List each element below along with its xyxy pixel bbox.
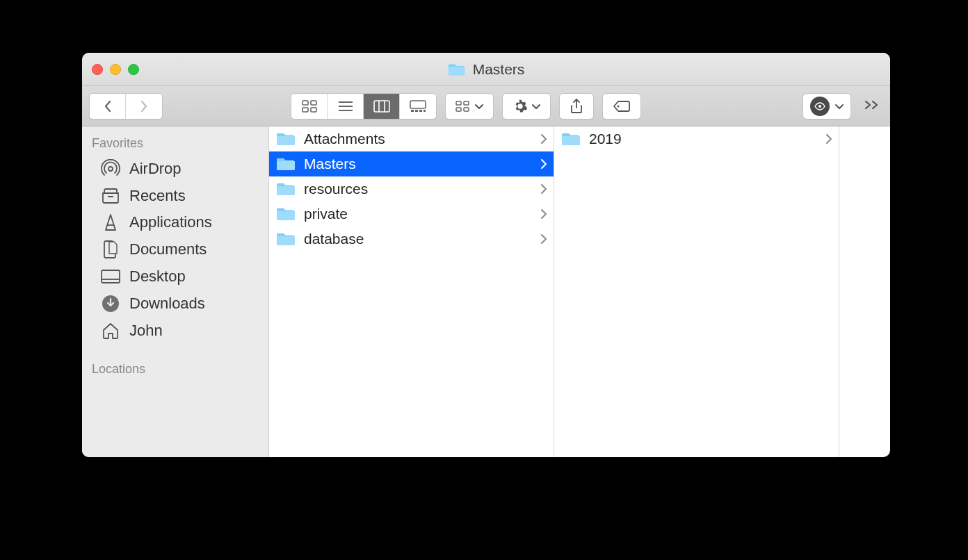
close-button[interactable] [92, 64, 103, 75]
zoom-button[interactable] [128, 64, 139, 75]
column-2[interactable] [839, 126, 890, 457]
applications-icon [100, 213, 121, 231]
svg-point-19 [618, 105, 620, 107]
folder-label: private [304, 206, 348, 222]
traffic-lights [92, 64, 139, 75]
svg-rect-10 [410, 101, 426, 108]
arrange-button[interactable] [445, 93, 494, 120]
window-title: Masters [473, 61, 525, 78]
airdrop-icon [100, 159, 121, 179]
minimize-button[interactable] [110, 64, 121, 75]
recents-icon [100, 188, 121, 204]
share-button[interactable] [559, 93, 594, 120]
folder-icon [276, 156, 296, 172]
svg-rect-13 [419, 110, 422, 112]
folder-label: Attachments [304, 131, 385, 147]
folder-row[interactable]: Masters [269, 151, 554, 176]
folder-row[interactable]: resources [269, 176, 554, 201]
sidebar-item-label: Downloads [129, 295, 205, 313]
folder-icon [276, 181, 296, 197]
view-gallery-button[interactable] [400, 94, 436, 119]
view-icon-button[interactable] [291, 94, 328, 119]
sidebar-item-downloads[interactable]: Downloads [82, 290, 268, 318]
svg-rect-14 [424, 110, 426, 112]
finder-window: Masters [82, 53, 890, 457]
folder-row[interactable]: 2019 [554, 126, 839, 151]
folder-label: Masters [304, 156, 356, 172]
sidebar-item-desktop[interactable]: Desktop [82, 263, 268, 290]
folder-label: resources [304, 181, 368, 197]
disclosure-arrow-icon [825, 131, 832, 147]
view-switcher [291, 93, 437, 120]
svg-rect-24 [102, 270, 120, 283]
preview-button[interactable] [802, 93, 851, 120]
toolbar [82, 86, 890, 126]
gear-icon [513, 99, 528, 114]
sidebar-item-home[interactable]: John [82, 318, 268, 344]
sidebar-item-label: Recents [129, 187, 186, 205]
forward-button[interactable] [126, 94, 162, 119]
svg-rect-12 [415, 110, 418, 112]
tags-button[interactable] [602, 93, 641, 120]
sidebar-item-recents[interactable]: Recents [82, 183, 268, 209]
folder-icon [276, 231, 296, 247]
sidebar-item-label: Desktop [129, 267, 186, 286]
svg-rect-1 [311, 101, 316, 105]
desktop-icon [100, 269, 121, 284]
sidebar: Favorites AirDrop Recents Applications [82, 126, 269, 457]
sidebar-item-label: Documents [129, 240, 207, 258]
column-1[interactable]: 2019 [554, 126, 839, 457]
folder-row[interactable]: Attachments [269, 126, 554, 151]
svg-rect-15 [456, 101, 461, 105]
sidebar-item-label: John [129, 322, 163, 340]
disclosure-arrow-icon [540, 131, 547, 147]
svg-rect-18 [464, 108, 469, 111]
sidebar-item-label: Applications [129, 213, 212, 231]
view-column-button[interactable] [364, 94, 400, 119]
sidebar-item-label: AirDrop [129, 160, 182, 178]
chevron-down-icon [835, 103, 844, 110]
svg-point-21 [108, 167, 113, 171]
folder-label: 2019 [589, 131, 622, 147]
documents-icon [100, 240, 121, 259]
folder-label: database [304, 231, 364, 247]
sidebar-item-applications[interactable]: Applications [82, 209, 268, 236]
folder-row[interactable]: private [269, 201, 554, 227]
column-browser: Attachments Masters resources private [269, 126, 890, 457]
svg-rect-7 [374, 101, 389, 112]
share-icon [570, 99, 583, 114]
back-button[interactable] [90, 94, 126, 119]
window-title-area: Masters [448, 61, 525, 78]
downloads-icon [100, 294, 121, 313]
content-area: Favorites AirDrop Recents Applications [82, 126, 890, 457]
sidebar-heading-locations: Locations [82, 358, 268, 381]
eye-icon [810, 97, 830, 116]
title-folder-icon [448, 63, 466, 76]
svg-rect-3 [311, 108, 316, 112]
chevron-down-icon [475, 103, 483, 110]
sidebar-heading-favorites: Favorites [82, 132, 268, 155]
folder-icon [561, 131, 581, 147]
tag-icon [613, 100, 631, 113]
titlebar: Masters [82, 53, 890, 86]
view-list-button[interactable] [328, 94, 364, 119]
svg-rect-0 [302, 101, 308, 105]
folder-row[interactable]: database [269, 227, 554, 252]
svg-rect-22 [108, 196, 113, 197]
action-button[interactable] [502, 93, 551, 120]
svg-rect-11 [411, 110, 414, 112]
column-0[interactable]: Attachments Masters resources private [269, 126, 554, 457]
disclosure-arrow-icon [540, 206, 547, 222]
sidebar-item-documents[interactable]: Documents [82, 236, 268, 263]
disclosure-arrow-icon [540, 181, 547, 197]
folder-icon [276, 206, 296, 222]
disclosure-arrow-icon [540, 156, 547, 172]
home-icon [100, 322, 121, 340]
nav-buttons [89, 93, 163, 120]
chevron-down-icon [532, 103, 540, 110]
disclosure-arrow-icon [540, 231, 547, 247]
svg-rect-17 [456, 108, 461, 111]
overflow-button[interactable] [860, 100, 883, 113]
sidebar-item-airdrop[interactable]: AirDrop [82, 155, 268, 183]
svg-rect-2 [302, 108, 308, 112]
